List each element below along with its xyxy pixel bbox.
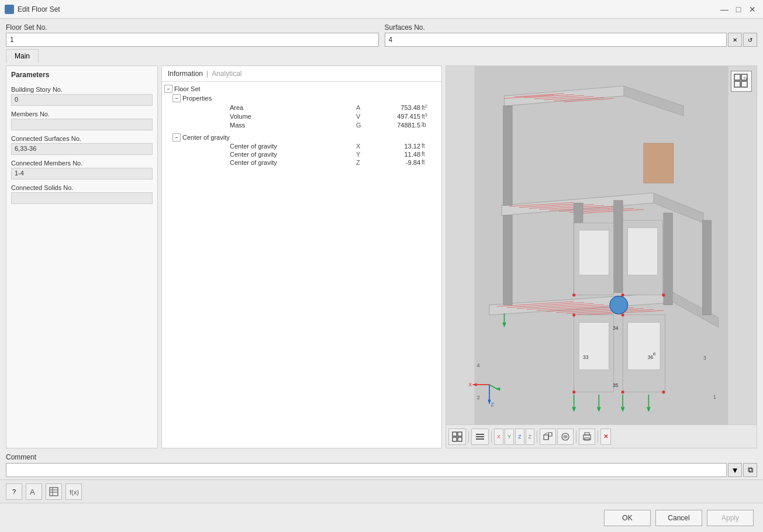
svg-rect-87 <box>741 81 747 87</box>
svg-rect-41 <box>628 228 658 275</box>
floor-set-no-input[interactable] <box>6 33 379 47</box>
comment-label: Comment <box>6 453 757 461</box>
svg-rect-92 <box>458 437 462 441</box>
viewport-axis-z-btn[interactable]: Z <box>515 429 524 445</box>
svg-text:A: A <box>30 488 35 496</box>
building-story-no-group: Building Story No. 0 <box>11 86 153 106</box>
properties-expand[interactable]: − <box>172 94 181 102</box>
connected-solids-no-label: Connected Solids No. <box>11 184 153 191</box>
apply-button[interactable]: Apply <box>707 510 754 526</box>
maximize-button[interactable]: □ <box>733 4 744 15</box>
surfaces-no-label: Surfaces No. <box>385 23 758 32</box>
connected-solids-no-value <box>11 192 153 204</box>
cog-x-val: 13.12 <box>374 143 420 150</box>
viewport-close-btn[interactable]: ✕ <box>600 429 611 445</box>
floorset-label: Floor Set <box>174 85 439 92</box>
surfaces-pick-btn[interactable]: ✕ <box>728 33 742 47</box>
connected-members-no-label: Connected Members No. <box>11 160 153 167</box>
viewport-axis-x-btn[interactable]: X <box>494 429 503 445</box>
svg-rect-35 <box>614 201 623 293</box>
viewport-print-btn[interactable] <box>579 429 595 445</box>
viewport-toolbar: X Y Z Z <box>446 424 757 448</box>
close-button[interactable]: ✕ <box>747 4 758 15</box>
svg-rect-37 <box>702 220 711 315</box>
cog-y-unit: ft <box>422 151 439 157</box>
area-sym: A <box>356 104 374 111</box>
viewport-layers-btn[interactable] <box>471 429 489 445</box>
connected-members-no-value: 1-4 <box>11 168 153 179</box>
help-button[interactable]: ? <box>6 483 22 500</box>
svg-marker-97 <box>548 433 552 436</box>
svg-point-58 <box>622 293 624 296</box>
tab-main[interactable]: Main <box>6 49 39 63</box>
svg-text:X: X <box>468 382 472 388</box>
tree-row-area: Area A 753.48 ft2 <box>164 103 439 112</box>
info-panel: Information | Analytical − Floor Set − P… <box>161 65 442 448</box>
cancel-button[interactable]: Cancel <box>655 510 702 526</box>
top-fields: Floor Set No. Surfaces No. ✕ ↺ <box>0 19 763 49</box>
title-bar: Edit Floor Set — □ ✕ <box>0 0 763 19</box>
ok-button[interactable]: OK <box>604 510 651 526</box>
viewport-3d-btn[interactable] <box>540 429 556 445</box>
structure-svg: 4 34 33 36 6 35 4 2 3 1 <box>446 66 757 424</box>
viewport-render-btn[interactable] <box>557 429 574 445</box>
svg-point-63 <box>662 293 665 296</box>
svg-rect-90 <box>458 432 462 436</box>
viewport-canvas[interactable]: 4 34 33 36 6 35 4 2 3 1 <box>446 66 757 424</box>
connected-surfaces-no-label: Connected Surfaces No. <box>11 135 153 142</box>
connected-solids-no-group: Connected Solids No. <box>11 184 153 204</box>
comment-dropdown-btn[interactable]: ▼ <box>728 463 742 477</box>
volume-label: Volume <box>230 113 356 120</box>
cog-x-sym: X <box>356 143 374 150</box>
main-container: Floor Set No. Surfaces No. ✕ ↺ Main Para… <box>0 19 763 532</box>
svg-text:Z: Z <box>491 402 493 407</box>
floorset-expand[interactable]: − <box>164 85 172 93</box>
comment-input[interactable] <box>6 463 727 477</box>
svg-point-64 <box>662 391 665 393</box>
parameters-title: Parameters <box>11 71 153 79</box>
tree-row-floorset: − Floor Set <box>164 84 439 94</box>
svg-text:+y: +y <box>743 76 748 81</box>
cog-expand[interactable]: − <box>172 133 181 141</box>
function-button[interactable]: f(x) <box>65 483 82 500</box>
svg-rect-89 <box>453 432 457 436</box>
viewport-panel: 4 34 33 36 6 35 4 2 3 1 <box>446 65 757 448</box>
comment-copy-btn[interactable]: ⧉ <box>743 463 757 477</box>
content-area: Parameters Building Story No. 0 Members … <box>0 63 763 451</box>
members-no-value <box>11 119 153 130</box>
formula-button[interactable]: A <box>26 483 42 500</box>
members-no-group: Members No. <box>11 110 153 130</box>
cog-x-unit: ft <box>422 143 439 149</box>
viewport-axis-z2-btn[interactable]: Z <box>526 429 535 445</box>
connected-surfaces-no-value: 6,33-36 <box>11 143 153 155</box>
viewport-axis-y-btn[interactable]: Y <box>505 429 514 445</box>
surfaces-no-input[interactable] <box>385 33 727 47</box>
window-title: Edit Floor Set <box>18 5 719 13</box>
viewport-fit-btn[interactable] <box>448 429 466 445</box>
svg-rect-96 <box>544 435 548 440</box>
svg-rect-93 <box>476 434 484 435</box>
svg-point-60 <box>622 313 624 316</box>
svg-rect-94 <box>476 436 484 437</box>
table-button[interactable] <box>46 483 62 500</box>
analytical-label: Analytical <box>212 70 241 78</box>
cog-y-val: 11.48 <box>374 151 420 158</box>
connected-members-no-group: Connected Members No. 1-4 <box>11 160 153 179</box>
building-story-no-label: Building Story No. <box>11 86 153 93</box>
area-unit: ft2 <box>422 103 439 111</box>
svg-rect-86 <box>734 81 740 87</box>
svg-rect-75 <box>644 143 674 183</box>
grid-view-icon[interactable]: +y <box>731 71 752 92</box>
surfaces-refresh-btn[interactable]: ↺ <box>743 33 757 47</box>
info-header: Information | Analytical <box>162 66 441 82</box>
cog-y-label: Center of gravity <box>230 151 356 158</box>
cog-z-label: Center of gravity <box>230 159 356 166</box>
svg-rect-36 <box>664 213 672 305</box>
svg-point-61 <box>572 391 575 393</box>
bottom-toolbar: ? A f(x) <box>0 479 763 503</box>
svg-rect-105 <box>50 488 58 496</box>
svg-text:2: 2 <box>477 395 480 400</box>
mass-unit: lb <box>422 122 439 128</box>
area-label: Area <box>230 104 356 111</box>
minimize-button[interactable]: — <box>719 4 730 15</box>
